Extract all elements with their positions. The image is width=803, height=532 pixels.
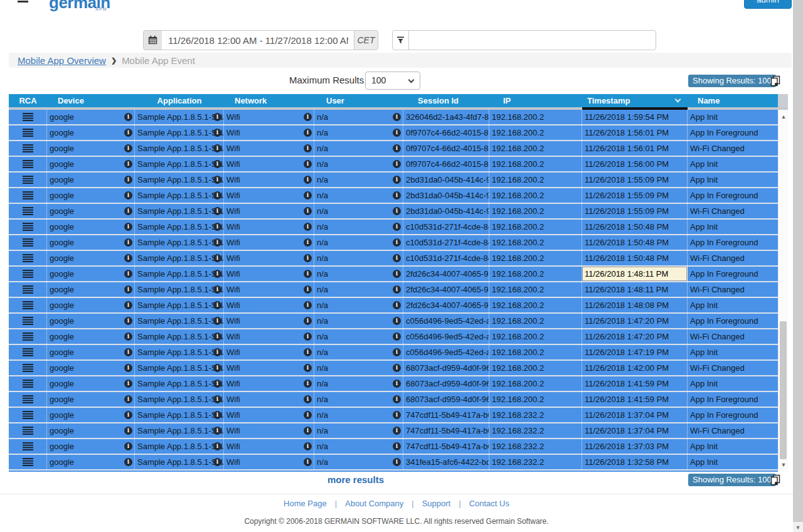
table-row[interactable]: googlei Sample App.1.8.5.1-SNAi Wifii n/… xyxy=(9,408,778,423)
breadcrumb-link-mobile-app-overview[interactable]: Mobile App Overview xyxy=(18,55,106,66)
rca-icon[interactable] xyxy=(23,317,33,325)
column-header-rca[interactable]: RCA xyxy=(9,94,47,107)
table-row[interactable]: googlei Sample App.1.8.5.1-SNAi Wifii n/… xyxy=(9,235,778,251)
export-copy-icon-top[interactable] xyxy=(770,75,780,87)
info-icon[interactable]: i xyxy=(304,191,312,200)
info-icon[interactable]: i xyxy=(124,411,132,419)
info-icon[interactable]: i xyxy=(393,160,401,168)
info-icon[interactable]: i xyxy=(213,113,221,121)
info-icon[interactable]: i xyxy=(213,223,221,231)
table-row[interactable]: googlei Sample App.1.8.5.1-SNAi Wifii n/… xyxy=(9,329,778,345)
export-copy-icon-bottom[interactable] xyxy=(770,474,780,486)
info-icon[interactable]: i xyxy=(304,238,312,247)
page-scroll-down-arrow-icon[interactable]: ▼ xyxy=(793,523,803,532)
rca-icon[interactable] xyxy=(23,129,33,137)
info-icon[interactable]: i xyxy=(124,238,132,247)
footer-link-home-page[interactable]: Home Page xyxy=(284,499,327,508)
info-icon[interactable]: i xyxy=(393,129,401,137)
info-icon[interactable]: i xyxy=(304,317,312,325)
footer-link-contact-us[interactable]: Contact Us xyxy=(469,499,509,508)
scroll-down-arrow-icon[interactable]: ▼ xyxy=(780,462,787,468)
info-icon[interactable]: i xyxy=(393,113,401,121)
table-row[interactable]: googlei Sample App.1.8.5.1-SNAi Wifii n/… xyxy=(9,204,778,220)
rca-icon[interactable] xyxy=(23,458,33,466)
rca-icon[interactable] xyxy=(23,144,33,152)
table-row[interactable]: googlei Sample App.1.8.5.1-SNAi Wifii n/… xyxy=(9,173,778,188)
info-icon[interactable]: i xyxy=(213,238,221,247)
table-row[interactable]: googlei Sample App.1.8.5.1-SNAi Wifii n/… xyxy=(9,188,778,204)
info-icon[interactable]: i xyxy=(393,348,401,356)
rca-icon[interactable] xyxy=(23,285,33,294)
info-icon[interactable]: i xyxy=(124,364,132,372)
info-icon[interactable]: i xyxy=(124,176,132,184)
footer-link-support[interactable]: Support xyxy=(422,499,451,508)
info-icon[interactable]: i xyxy=(213,254,221,262)
table-row[interactable]: googlei Sample App.1.8.5.1-SNAi Wifii n/… xyxy=(9,455,778,471)
info-icon[interactable]: i xyxy=(393,285,401,294)
column-header-user[interactable]: User xyxy=(314,94,403,107)
info-icon[interactable]: i xyxy=(393,411,401,419)
rca-icon[interactable] xyxy=(23,427,33,435)
info-icon[interactable]: i xyxy=(213,458,221,466)
table-row[interactable]: googlei Sample App.1.8.5.1-SNAi Wifii n/… xyxy=(9,392,778,408)
rca-icon[interactable] xyxy=(23,411,33,419)
info-icon[interactable]: i xyxy=(213,160,221,168)
table-row[interactable]: googlei Sample App.1.8.5.1-SNAi Wifii n/… xyxy=(9,110,778,125)
info-icon[interactable]: i xyxy=(393,176,401,184)
info-icon[interactable]: i xyxy=(393,301,401,309)
info-icon[interactable]: i xyxy=(213,332,221,341)
info-icon[interactable]: i xyxy=(213,364,221,372)
rca-icon[interactable] xyxy=(23,332,33,341)
menu-icon[interactable] xyxy=(18,0,28,3)
info-icon[interactable]: i xyxy=(393,191,401,200)
info-icon[interactable]: i xyxy=(304,364,312,372)
info-icon[interactable]: i xyxy=(213,270,221,278)
info-icon[interactable]: i xyxy=(304,332,312,341)
info-icon[interactable]: i xyxy=(124,427,132,435)
info-icon[interactable]: i xyxy=(304,223,312,231)
info-icon[interactable]: i xyxy=(213,285,221,294)
rca-icon[interactable] xyxy=(23,160,33,168)
info-icon[interactable]: i xyxy=(124,223,132,231)
column-header-session-id[interactable]: Session Id xyxy=(403,94,489,107)
table-row[interactable]: googlei Sample App.1.8.5.1-SNAi Wifii n/… xyxy=(9,423,778,439)
info-icon[interactable]: i xyxy=(304,442,312,450)
rca-icon[interactable] xyxy=(23,238,33,247)
column-header-device[interactable]: Device xyxy=(47,94,135,107)
info-icon[interactable]: i xyxy=(304,427,312,435)
info-icon[interactable]: i xyxy=(304,395,312,403)
info-icon[interactable]: i xyxy=(393,395,401,403)
info-icon[interactable]: i xyxy=(213,301,221,309)
rca-icon[interactable] xyxy=(23,301,33,309)
info-icon[interactable]: i xyxy=(304,254,312,262)
info-icon[interactable]: i xyxy=(124,160,132,168)
info-icon[interactable]: i xyxy=(124,270,132,278)
info-icon[interactable]: i xyxy=(213,348,221,356)
info-icon[interactable]: i xyxy=(124,207,132,215)
info-icon[interactable]: i xyxy=(393,317,401,325)
admin-button[interactable]: admin xyxy=(744,0,792,9)
info-icon[interactable]: i xyxy=(124,191,132,200)
date-range-input[interactable] xyxy=(162,30,354,50)
info-icon[interactable]: i xyxy=(304,348,312,356)
info-icon[interactable]: i xyxy=(124,458,132,466)
rca-icon[interactable] xyxy=(23,364,33,372)
info-icon[interactable]: i xyxy=(304,458,312,466)
info-icon[interactable]: i xyxy=(124,113,132,121)
table-row[interactable]: googlei Sample App.1.8.5.1-SNAi Wifii n/… xyxy=(9,267,778,282)
table-row[interactable]: googlei Sample App.1.8.5.1-SNAi Wifii n/… xyxy=(9,439,778,455)
page-scrollbar-thumb[interactable] xyxy=(793,0,803,522)
column-header-application[interactable]: Application xyxy=(135,94,224,107)
info-icon[interactable]: i xyxy=(304,129,312,137)
rca-icon[interactable] xyxy=(23,254,33,262)
info-icon[interactable]: i xyxy=(213,144,221,152)
rca-icon[interactable] xyxy=(23,223,33,231)
info-icon[interactable]: i xyxy=(304,285,312,294)
table-scrollbar-thumb[interactable] xyxy=(780,321,787,459)
info-icon[interactable]: i xyxy=(124,395,132,403)
info-icon[interactable]: i xyxy=(393,270,401,278)
info-icon[interactable]: i xyxy=(304,380,312,388)
info-icon[interactable]: i xyxy=(304,113,312,121)
info-icon[interactable]: i xyxy=(213,427,221,435)
table-row[interactable]: googlei Sample App.1.8.5.1-SNAi Wifii n/… xyxy=(9,361,778,376)
